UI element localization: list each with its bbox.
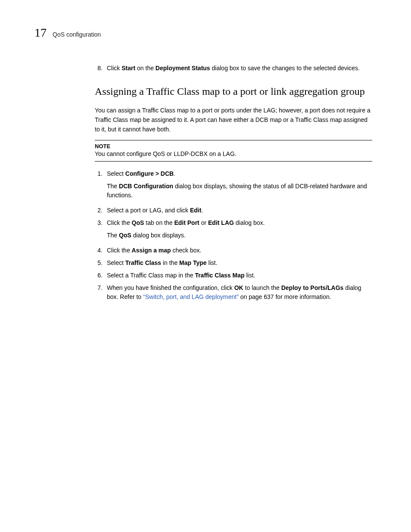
note-bottom-rule — [95, 161, 372, 162]
step-number: 3. — [95, 218, 103, 227]
note-body: You cannot configure QoS or LLDP-DCBX on… — [95, 149, 372, 159]
note-label: NOTE — [95, 143, 372, 149]
step-text: Click the Assign a map check box. — [107, 246, 372, 255]
step-text: Click the QoS tab on the Edit Port or Ed… — [107, 218, 372, 227]
step-number: 1. — [95, 169, 103, 178]
intro-paragraph: You can assign a Traffic Class map to a … — [95, 106, 372, 134]
step-1-sub: The DCB Configuration dialog box display… — [107, 182, 372, 200]
step-text: Select Configure > DCB. — [107, 169, 372, 178]
page-content: 8. Click Start on the Deployment Status … — [95, 64, 372, 302]
step-text: When you have finished the configuration… — [107, 283, 372, 302]
step-text: Select a Traffic Class map in the Traffi… — [107, 271, 372, 280]
step-7: 7. When you have finished the configurat… — [95, 283, 372, 302]
step-number: 2. — [95, 206, 103, 215]
step-8: 8. Click Start on the Deployment Status … — [95, 64, 372, 73]
step-3-sub: The QoS dialog box displays. — [107, 231, 372, 240]
step-3: 3. Click the QoS tab on the Edit Port or… — [95, 218, 372, 227]
cross-ref-link[interactable]: “Switch, port, and LAG deployment” — [143, 293, 239, 300]
chapter-title: QoS configuration — [53, 31, 101, 38]
steps-list: 1. Select Configure > DCB. The DCB Confi… — [95, 169, 372, 302]
section-heading: Assigning a Traffic Class map to a port … — [95, 85, 372, 98]
step-6: 6. Select a Traffic Class map in the Tra… — [95, 271, 372, 280]
step-2: 2. Select a port or LAG, and click Edit. — [95, 206, 372, 215]
page-header: 17 QoS configuration — [34, 26, 372, 40]
step-text: Click Start on the Deployment Status dia… — [107, 64, 372, 73]
step-number: 8. — [95, 64, 103, 73]
step-number: 5. — [95, 258, 103, 268]
step-5: 5. Select Traffic Class in the Map Type … — [95, 258, 372, 268]
step-text: Select a port or LAG, and click Edit. — [107, 206, 372, 215]
step-text: Select Traffic Class in the Map Type lis… — [107, 258, 372, 268]
step-number: 4. — [95, 246, 103, 255]
chapter-number: 17 — [34, 26, 47, 40]
note-top-rule — [95, 140, 372, 140]
step-1: 1. Select Configure > DCB. — [95, 169, 372, 178]
step-4: 4. Click the Assign a map check box. — [95, 246, 372, 255]
step-number: 6. — [95, 271, 103, 280]
step-number: 7. — [95, 283, 103, 302]
